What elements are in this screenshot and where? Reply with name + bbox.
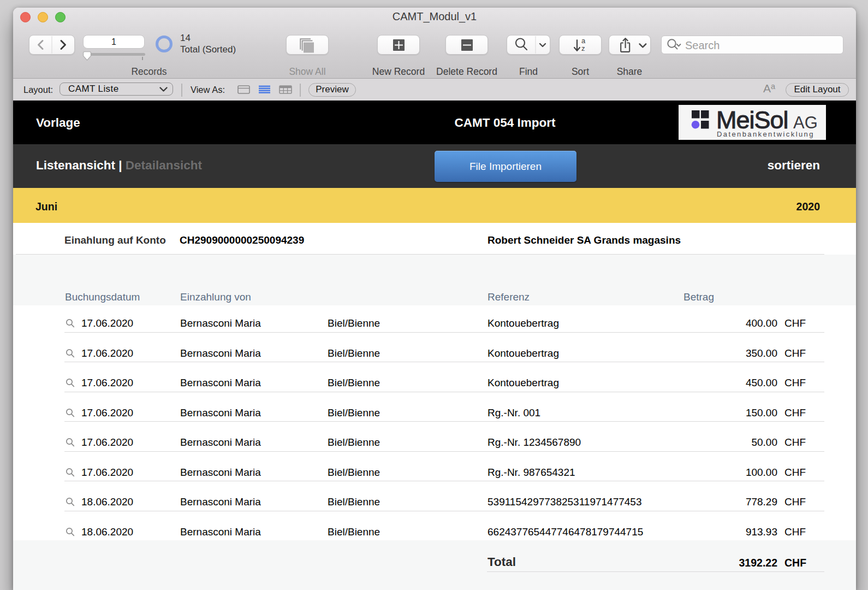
svg-text:Datenbankentwicklung: Datenbankentwicklung: [717, 130, 815, 138]
svg-text:z: z: [581, 44, 585, 52]
svg-text:AG: AG: [793, 113, 818, 132]
